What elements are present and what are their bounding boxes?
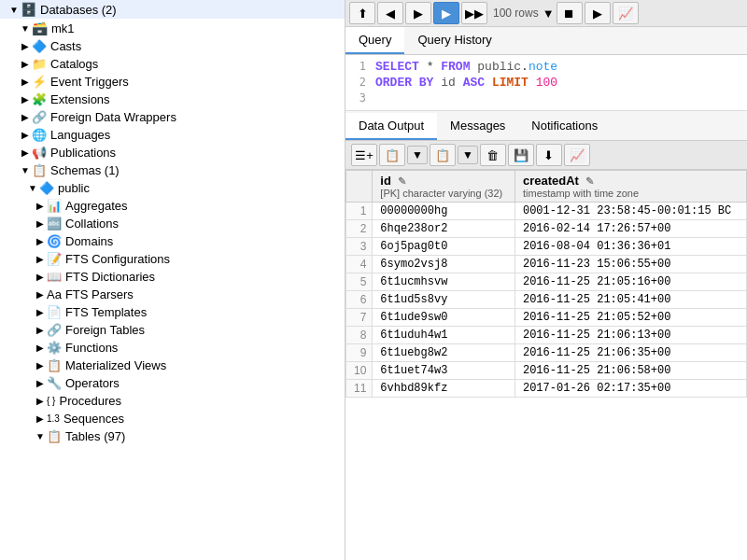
sql-code-2[interactable]: ORDER BY id ASC LIMIT 100 (375, 76, 557, 90)
output-btn-paste-dropdown[interactable]: ▼ (458, 146, 478, 164)
icon-event-triggers: ⚡ (32, 75, 47, 89)
line-num-3: 3 (345, 91, 375, 105)
row-count-dropdown[interactable]: ▼ (543, 7, 555, 21)
tab-data-output[interactable]: Data Output (345, 113, 437, 140)
sidebar-item-collations[interactable]: ▶ 🔤 Collations (0, 215, 345, 232)
sidebar-item-operators[interactable]: ▶ 🔧 Operators (0, 374, 345, 392)
line-num-1: 1 (345, 60, 375, 73)
row-num-cell: 11 (346, 380, 373, 398)
row-createdat-cell[interactable]: 2016-11-25 21:06:35+00 (514, 344, 746, 362)
toolbar-btn-stop[interactable]: ⏹ (557, 2, 583, 24)
toolbar-btn-next[interactable]: ▶ (405, 2, 431, 24)
tab-messages[interactable]: Messages (437, 113, 518, 140)
row-id-cell[interactable]: 6t1uebg8w2 (373, 344, 515, 362)
sql-editor[interactable]: 1 SELECT * FROM public.note 2 ORDER BY i… (345, 55, 747, 111)
tab-query[interactable]: Query (345, 27, 404, 54)
sidebar-item-procedures[interactable]: ▶ { } Procedures (0, 392, 345, 410)
col-header-createdat[interactable]: createdAt ✎ timestamp with time zone (514, 171, 746, 203)
sidebar-item-tables[interactable]: ▼ 📋 Tables (97) (0, 427, 345, 445)
sidebar-item-domains[interactable]: ▶ 🌀 Domains (0, 232, 345, 250)
label-foreign-data-wrappers: Foreign Data Wrappers (50, 110, 176, 124)
row-id-cell[interactable]: 6oj5pag0t0 (373, 238, 515, 256)
sidebar-item-databases[interactable]: ▼ 🗄️ Databases (2) (0, 0, 345, 19)
output-btn-filter[interactable]: ☰+ (351, 144, 377, 166)
sidebar-item-sequences[interactable]: ▶ 1.3 Sequences (0, 410, 345, 427)
row-createdat-cell[interactable]: 2016-11-25 21:05:41+00 (514, 291, 746, 309)
row-createdat-cell[interactable]: 2016-02-14 17:26:57+00 (514, 220, 746, 238)
toolbar-btn-chart[interactable]: 📈 (613, 2, 639, 24)
sidebar-item-languages[interactable]: ▶ 🌐 Languages (0, 126, 345, 144)
row-id-cell[interactable]: 6t1ude9sw0 (373, 309, 515, 327)
sql-code-3[interactable] (375, 91, 383, 105)
row-createdat-cell[interactable]: 2016-11-25 21:06:58+00 (514, 362, 746, 380)
sidebar-item-catalogs[interactable]: ▶ 📁 Catalogs (0, 55, 345, 73)
output-btn-copy[interactable]: 📋 (379, 144, 405, 166)
icon-fts-templates: 📄 (47, 305, 62, 319)
row-createdat-cell[interactable]: 2016-08-04 01:36:36+01 (514, 238, 746, 256)
row-num-cell: 5 (346, 273, 373, 291)
output-btn-chart[interactable]: 📈 (564, 144, 590, 166)
sidebar-item-public[interactable]: ▼ 🔷 public (0, 179, 345, 197)
output-btn-copy-dropdown[interactable]: ▼ (407, 146, 428, 164)
output-btn-paste[interactable]: 📋 (430, 144, 456, 166)
toolbar-btn-execute[interactable]: ▶ (585, 2, 611, 24)
toolbar-btn-prev[interactable]: ◀ (377, 2, 403, 24)
table-row: 5 6t1ucmhsvw 2016-11-25 21:05:16+00 (346, 273, 747, 291)
sidebar-item-casts[interactable]: ▶ 🔷 Casts (0, 37, 345, 55)
row-createdat-cell[interactable]: 2016-11-25 21:05:16+00 (514, 273, 746, 291)
tab-query-history[interactable]: Query History (404, 27, 504, 54)
toolbar-btn-run[interactable]: ▶ (433, 2, 459, 24)
row-id-cell[interactable]: 6vhbd89kfz (373, 380, 515, 398)
col-id-edit-icon[interactable]: ✎ (398, 175, 406, 187)
icon-foreign-tables: 🔗 (47, 323, 62, 337)
sidebar-item-materialized-views[interactable]: ▶ 📋 Materialized Views (0, 357, 345, 374)
sidebar-item-foreign-tables[interactable]: ▶ 🔗 Foreign Tables (0, 321, 345, 339)
row-id-cell[interactable]: 6hqe238or2 (373, 220, 515, 238)
sidebar-item-functions[interactable]: ▶ ⚙️ Functions (0, 339, 345, 357)
sql-code-1[interactable]: SELECT * FROM public.note (375, 60, 557, 74)
sidebar-item-publications[interactable]: ▶ 📢 Publications (0, 144, 345, 161)
sidebar-item-aggregates[interactable]: ▶ 📊 Aggregates (0, 197, 345, 215)
sidebar-item-fts-configurations[interactable]: ▶ 📝 FTS Configurations (0, 250, 345, 268)
sidebar-item-fts-templates[interactable]: ▶ 📄 FTS Templates (0, 303, 345, 321)
row-id-cell[interactable]: 00000000hg (373, 203, 515, 220)
sidebar-item-schemas[interactable]: ▼ 📋 Schemas (1) (0, 161, 345, 179)
row-createdat-cell[interactable]: 2016-11-25 21:06:13+00 (514, 327, 746, 344)
row-id-cell[interactable]: 6t1ud5s8vy (373, 291, 515, 309)
tab-notifications[interactable]: Notifications (518, 113, 611, 140)
output-tabs: Data Output Messages Notifications (345, 111, 747, 141)
toolbar-btn-upload[interactable]: ⬆ (349, 2, 375, 24)
sidebar-item-fts-parsers[interactable]: ▶ Aa FTS Parsers (0, 286, 345, 303)
output-btn-download[interactable]: ⬇ (536, 144, 562, 166)
row-num-cell: 7 (346, 309, 373, 327)
row-id-cell[interactable]: 6t1ucmhsvw (373, 273, 515, 291)
col-createdat-edit-icon[interactable]: ✎ (585, 175, 594, 187)
arrow-languages: ▶ (19, 130, 32, 140)
arrow-fts-templates: ▶ (34, 307, 47, 317)
arrow-databases: ▼ (7, 5, 21, 15)
row-id-cell[interactable]: 6symo2vsj8 (373, 256, 515, 273)
output-btn-save[interactable]: 💾 (508, 144, 534, 166)
sidebar-item-extensions[interactable]: ▶ 🧩 Extensions (0, 91, 345, 108)
row-id-cell[interactable]: 6t1uet74w3 (373, 362, 515, 380)
output-btn-delete[interactable]: 🗑 (480, 144, 506, 166)
arrow-tables: ▼ (34, 431, 47, 441)
data-table-wrapper[interactable]: id ✎ [PK] character varying (32) created… (345, 170, 747, 560)
sidebar-item-foreign-data-wrappers[interactable]: ▶ 🔗 Foreign Data Wrappers (0, 108, 345, 126)
arrow-sequences: ▶ (34, 413, 47, 424)
row-num-cell: 6 (346, 291, 373, 309)
row-id-cell[interactable]: 6t1uduh4w1 (373, 327, 515, 344)
sidebar-item-fts-dictionaries[interactable]: ▶ 📖 FTS Dictionaries (0, 268, 345, 286)
icon-casts: 🔷 (32, 39, 47, 53)
sidebar-item-mk1[interactable]: ▼ 🗃️ mk1 (0, 19, 345, 37)
label-casts: Casts (50, 39, 81, 53)
row-createdat-cell[interactable]: 0001-12-31 23:58:45-00:01:15 BC (514, 203, 746, 220)
row-createdat-cell[interactable]: 2016-11-25 21:05:52+00 (514, 309, 746, 327)
sidebar-item-event-triggers[interactable]: ▶ ⚡ Event Triggers (0, 73, 345, 91)
col-header-id[interactable]: id ✎ [PK] character varying (32) (373, 171, 515, 203)
col-id-type: [PK] character varying (32) (380, 188, 507, 199)
row-createdat-cell[interactable]: 2017-01-26 02:17:35+00 (514, 380, 746, 398)
row-createdat-cell[interactable]: 2016-11-23 15:06:55+00 (514, 256, 746, 273)
toolbar-btn-fast-forward[interactable]: ▶▶ (461, 2, 487, 24)
label-aggregates: Aggregates (65, 199, 128, 213)
